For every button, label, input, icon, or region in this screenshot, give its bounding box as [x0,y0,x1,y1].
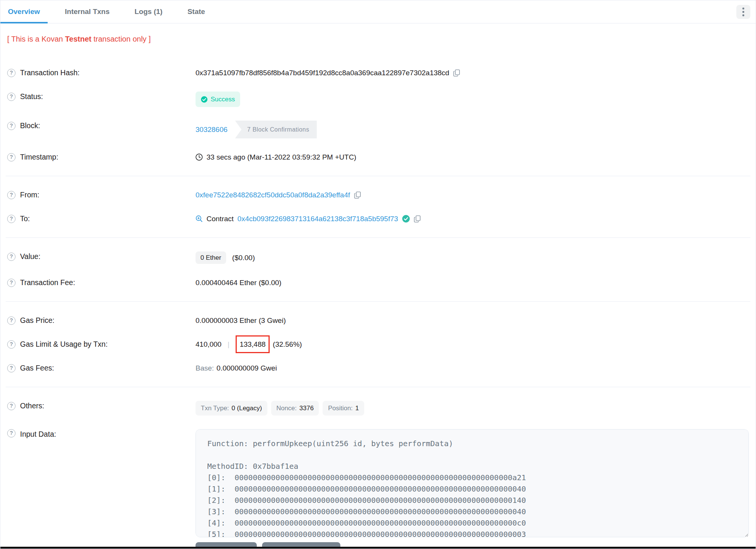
help-icon[interactable]: ? [7,279,16,287]
transaction-hash-value: 0x371a51097fb78df856f8b4a7bd459f192d8cc8… [196,68,449,78]
nonce-key: Nonce: [276,405,297,411]
check-circle-icon [201,96,208,103]
testnet-notice-bold: Testnet [65,35,92,43]
gas-fees-base-value: 0.000000009 Gwei [217,363,277,373]
copy-to-address-button[interactable] [414,215,421,223]
section-divider [6,237,750,238]
status-badge: Success [196,92,240,107]
txn-type-key: Txn Type: [201,405,229,411]
row-label: Value: [20,251,40,262]
row-label: Others: [20,401,44,411]
row-label: To: [20,214,30,224]
gas-used-percent: (32.56%) [273,339,302,349]
nonce-badge: Nonce: 3376 [271,401,319,416]
row-label: Transaction Hash: [20,68,80,78]
to-contract-prefix: Contract [206,214,234,224]
row-value: ? Value: 0 Ether ($0.00) [0,251,756,264]
gas-used-value: 133,488 [240,340,266,348]
tab-logs[interactable]: Logs (1) [127,0,170,23]
row-label: Input Data: [20,429,56,439]
row-label: Status: [20,92,43,102]
row-gas-price: ? Gas Price: 0.000000003 Ether (3 Gwei) [0,315,756,326]
tab-state[interactable]: State [180,0,213,23]
help-icon[interactable]: ? [7,93,16,101]
value-usd: ($0.00) [232,253,255,263]
testnet-notice: [ This is a Kovan Testnet transaction on… [0,34,756,44]
gas-limit-value: 410,000 [196,339,222,349]
help-icon[interactable]: ? [7,429,16,437]
input-data-textarea[interactable]: Function: performUpkeep(uint256 id, byte… [196,429,749,537]
row-to: ? To: Contract 0x4cb093f226983713164a621… [0,214,756,224]
row-label: Gas Limit & Usage by Txn: [20,339,108,349]
nonce-value: 3376 [300,405,314,411]
txn-type-badge: Txn Type: 0 (Legacy) [196,401,267,416]
block-confirmations-badge: 7 Block Confirmations [235,121,317,138]
value-amount-badge: 0 Ether [196,251,226,264]
gas-fees-base-label: Base: [196,363,214,373]
help-icon[interactable]: ? [7,316,16,325]
help-icon[interactable]: ? [7,253,16,261]
position-value: 1 [355,405,359,411]
position-key: Position: [328,405,352,411]
kebab-icon [742,8,744,16]
section-divider [6,176,750,176]
gas-limit-separator: | [225,339,232,349]
section-divider [6,387,750,387]
copy-icon [453,69,460,77]
help-icon[interactable]: ? [7,191,16,199]
row-transaction-hash: ? Transaction Hash: 0x371a51097fb78df856… [0,68,756,78]
transaction-details-page: Overview Internal Txns Logs (1) State [ … [0,0,756,549]
status-text: Success [211,94,235,104]
row-gas-fees: ? Gas Fees: Base: 0.000000009 Gwei [0,363,756,373]
tab-internal-txns[interactable]: Internal Txns [57,0,117,23]
to-address-link[interactable]: 0x4cb093f226983713164a62138c3f718a5b595f… [238,214,398,224]
help-icon[interactable]: ? [7,122,16,130]
row-gas-limit-usage: ? Gas Limit & Usage by Txn: 410,000 | 13… [0,339,756,349]
row-label: Transaction Fee: [20,278,75,288]
footer-top-bar [0,547,756,549]
annotation-box: 133,488 [236,335,270,353]
tab-bar: Overview Internal Txns Logs (1) State [0,0,756,23]
testnet-notice-suffix: transaction only ] [92,35,151,43]
search-plus-icon[interactable] [196,215,203,222]
help-icon[interactable]: ? [7,215,16,223]
help-icon[interactable]: ? [7,69,16,77]
from-address-link[interactable]: 0xfee7522e8482682cf50ddc50a0f8da2a39effa… [196,190,350,200]
help-icon[interactable]: ? [7,364,16,372]
copy-from-address-button[interactable] [354,191,361,199]
txn-type-value: 0 (Legacy) [231,405,262,411]
row-input-data: ? Input Data: Function: performUpkeep(ui… [0,429,756,549]
row-transaction-fee: ? Transaction Fee: 0.000400464 Ether ($0… [0,278,756,288]
row-label: Timestamp: [20,152,58,162]
row-timestamp: ? Timestamp: 33 secs ago (Mar-11-2022 03… [0,152,756,162]
help-icon[interactable]: ? [7,340,16,349]
row-block: ? Block: 30328606 7 Block Confirmations [0,121,756,138]
copy-hash-button[interactable] [453,69,460,77]
tab-overview[interactable]: Overview [0,0,48,23]
section-divider [6,301,750,302]
row-from: ? From: 0xfee7522e8482682cf50ddc50a0f8da… [0,190,756,200]
row-label: Block: [20,121,40,131]
row-label: From: [20,190,39,200]
clock-icon [196,154,203,161]
verified-check-icon [402,215,410,223]
row-label: Gas Fees: [20,363,54,373]
copy-icon [414,215,421,223]
testnet-notice-prefix: [ This is a Kovan [7,35,65,43]
help-icon[interactable]: ? [7,402,16,410]
position-badge: Position: 1 [323,401,364,416]
row-others: ? Others: Txn Type: 0 (Legacy) Nonce: 33… [0,401,756,416]
help-icon[interactable]: ? [7,153,16,161]
options-menu-button[interactable] [736,5,750,19]
block-number-link[interactable]: 30328606 [196,124,228,135]
timestamp-value: 33 secs ago (Mar-11-2022 03:59:32 PM +UT… [206,152,356,162]
row-status: ? Status: Success [0,92,756,107]
gas-price-value: 0.000000003 Ether (3 Gwei) [196,315,286,326]
transaction-fee-value: 0.000400464 Ether ($0.00) [196,278,281,288]
copy-icon [354,191,361,199]
row-label: Gas Price: [20,315,54,326]
